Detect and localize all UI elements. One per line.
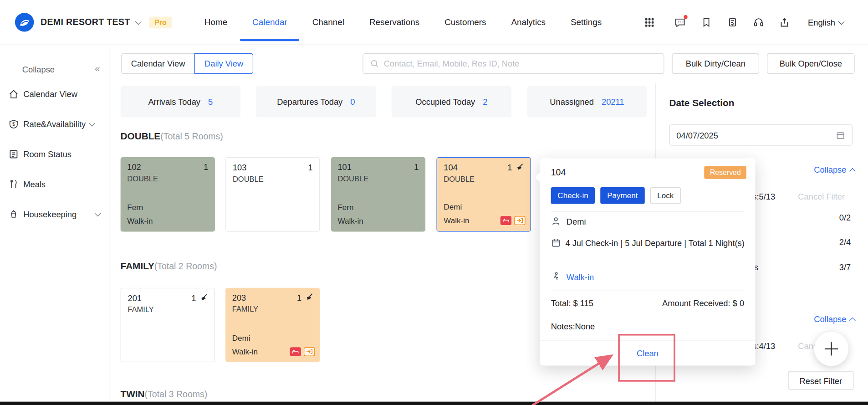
pms-daily-view-page: DEMI RESORT TEST Pro Home Calendar Chann… (0, 0, 868, 405)
collapse-label: Collapse (22, 64, 55, 74)
popup-guest-name: Demi (567, 216, 586, 226)
room-count: 1 (507, 163, 512, 172)
room-card-104[interactable]: 104 1 DOUBLE Demi Walk-in (436, 157, 531, 231)
support-headset-icon[interactable] (752, 16, 765, 28)
chevron-down-icon (135, 18, 142, 25)
housekeeping-alert-icon (290, 347, 301, 356)
guest-person-icon (551, 216, 561, 226)
room-number: 101 (337, 162, 352, 172)
summary-arrivals: Arrivals Today 5 (121, 86, 240, 117)
tab-calendar-view[interactable]: Calendar View (121, 53, 195, 74)
room-card-201[interactable]: 201 1 FAMILY (121, 288, 215, 362)
date-input[interactable] (676, 130, 836, 140)
sidebar-item-housekeeping[interactable]: Housekeeping (0, 199, 109, 229)
summary-label: Departures Today (277, 97, 342, 107)
language-selector[interactable]: English (808, 17, 843, 27)
summary-value[interactable]: 20211 (602, 97, 624, 107)
room-guest: Demi (232, 332, 315, 343)
room-number: 203 (232, 293, 246, 302)
bookmark-icon[interactable] (700, 16, 712, 28)
chevron-up-icon (849, 317, 856, 323)
check-in-button[interactable]: Check-in (551, 187, 595, 204)
summary-value[interactable]: 2 (483, 97, 487, 107)
room-card-203[interactable]: 203 1 FAMILY Demi Walk-in (225, 288, 320, 362)
room-channel: Walk-in (127, 215, 153, 226)
summary-value[interactable]: 5 (208, 97, 213, 107)
sidebar-item-meals[interactable]: Meals (0, 169, 109, 199)
annotation-highlight-rectangle (618, 334, 675, 382)
window-edge (0, 402, 868, 405)
collapse-section-link[interactable]: Collapse (814, 165, 854, 174)
popup-channel-link[interactable]: Walk-in (567, 272, 594, 282)
room-card-102[interactable]: 1021 DOUBLE Fern Walk-in (121, 157, 215, 231)
summary-value[interactable]: 0 (350, 97, 355, 107)
calendar-icon[interactable] (836, 130, 845, 140)
room-type: DOUBLE (444, 175, 524, 183)
nav-settings[interactable]: Settings (571, 0, 602, 45)
collapse-arrows-icon: « (95, 63, 100, 74)
nav-home[interactable]: Home (204, 0, 227, 45)
collapse-section-link[interactable]: Collapse (814, 314, 854, 324)
header-actions: English (643, 0, 843, 45)
housekeeping-icon (8, 208, 19, 219)
bulk-open-close-button[interactable]: Bulk Open/Close (767, 53, 855, 74)
search-input[interactable] (384, 59, 657, 68)
sidebar-item-room-status[interactable]: Room Status (0, 139, 109, 169)
stay-info: 4 Jul Check-in | 5 Jul Departure | Total… (551, 236, 748, 251)
popup-notes: Notes:None (551, 322, 595, 331)
room-card-103[interactable]: 1031 DOUBLE (225, 157, 320, 231)
section-title-double: DOUBLE(Total 5 Rooms) (121, 131, 223, 142)
view-tabs: Calendar View Daily View (121, 53, 253, 74)
property-name[interactable]: DEMI RESORT TEST (41, 17, 130, 27)
popup-amount-received: Amount Received: $ 0 (662, 298, 744, 308)
room-count: 1 (191, 293, 196, 303)
nav-analytics[interactable]: Analytics (511, 0, 546, 45)
date-selection-title: Date Selection (669, 98, 734, 109)
nav-channel[interactable]: Channel (312, 0, 344, 45)
summary-label: Unassigned (550, 97, 594, 107)
nav-customers[interactable]: Customers (444, 0, 486, 45)
chevron-down-icon (95, 210, 101, 216)
broom-dirty-icon (305, 293, 313, 302)
room-status-icon (8, 149, 19, 159)
cancel-filter-link[interactable]: Cancel Filter (798, 192, 845, 201)
check-in-arrow-icon (304, 347, 315, 356)
room-stat-fragment: s:4/13 (752, 341, 775, 351)
notification-dot (684, 15, 688, 19)
sidebar-item-label: Room Status (23, 149, 71, 159)
home-icon (8, 88, 19, 99)
calendar-icon (551, 238, 561, 248)
room-guest: Demi (444, 201, 525, 212)
nav-calendar[interactable]: Calendar (252, 0, 287, 45)
language-label: English (808, 17, 835, 27)
apps-grid-icon[interactable] (643, 16, 656, 28)
chat-icon[interactable] (674, 16, 686, 28)
payment-button[interactable]: Payment (601, 187, 645, 204)
sidebar-item-rate-availability[interactable]: $ Rate&Availability (0, 109, 109, 139)
reset-filter-button[interactable]: Reset Filter (788, 371, 853, 390)
nav-reservations[interactable]: Reservations (369, 0, 419, 45)
property-selector[interactable]: DEMI RESORT TEST Pro (15, 0, 172, 45)
sidebar-collapse-toggle[interactable]: Collapse « (0, 59, 109, 79)
add-floating-button[interactable] (814, 332, 849, 366)
sidebar-item-label: Rate&Availability (23, 119, 86, 129)
room-number: 104 (444, 163, 458, 172)
rate-dollar-icon: $ (8, 118, 19, 129)
room-count: 1 (308, 163, 312, 172)
svg-text:$: $ (12, 121, 15, 126)
room-type: FAMILY (128, 306, 208, 314)
room-card-101[interactable]: 1011 DOUBLE Fern Walk-in (331, 157, 425, 231)
lock-button[interactable]: Lock (650, 187, 681, 204)
room-stat-fragment: 0/2 (839, 213, 851, 222)
popup-room-number: 104 (551, 168, 566, 178)
bulk-dirty-clean-button[interactable]: Bulk Dirty/Clean (672, 53, 759, 74)
tasklist-icon[interactable] (726, 16, 739, 28)
room-stat-fragment: s:5/13 (752, 192, 775, 201)
app-logo-icon (15, 12, 35, 32)
sidebar-item-calendar-view[interactable]: Calendar View (0, 79, 109, 109)
share-export-icon[interactable] (778, 16, 791, 28)
tab-daily-view[interactable]: Daily View (194, 53, 253, 74)
room-number: 103 (233, 163, 247, 172)
search-icon (370, 59, 379, 68)
room-count: 1 (297, 293, 301, 302)
